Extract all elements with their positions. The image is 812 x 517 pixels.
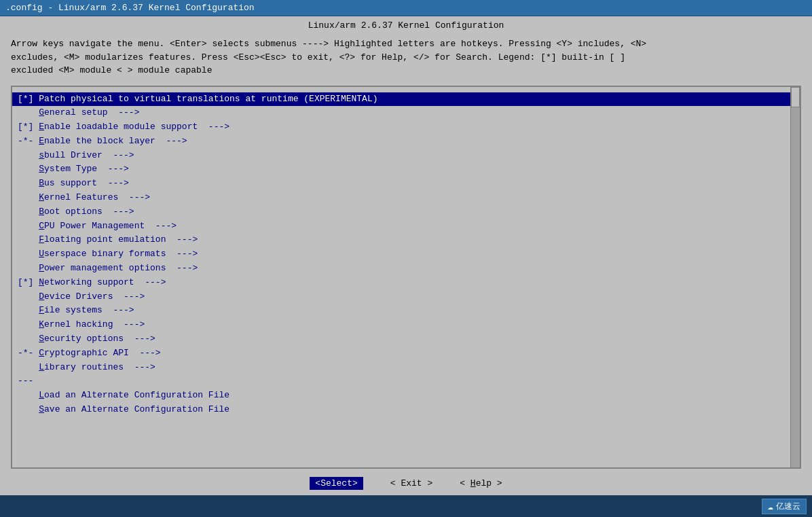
menu-hotkey: K	[39, 319, 44, 329]
menu-prefix: [*]	[18, 122, 39, 132]
menu-item-save-config[interactable]: Save an Alternate Configuration File	[12, 403, 800, 417]
menu-prefix	[18, 192, 39, 202]
taskbar-logo-icon: ☁	[768, 501, 773, 512]
menu-prefix	[18, 234, 39, 245]
menu-label: Patch physical to virtual translations a…	[39, 94, 377, 104]
menu-inner: [*] Patch physical to virtual translatio…	[12, 87, 800, 423]
menu-label-after: oad an Alternate Configuration File	[44, 390, 229, 400]
menu-prefix	[18, 334, 39, 344]
menu-prefix	[18, 404, 39, 414]
title-bar-text: .config - Linux/arm 2.6.37 Kernel Config…	[5, 3, 255, 13]
menu-prefix	[18, 164, 39, 174]
menu-label-after: bull Driver --->	[44, 150, 134, 160]
title-bar: .config - Linux/arm 2.6.37 Kernel Config…	[0, 0, 812, 16]
menu-label-after: ecurity options --->	[44, 334, 155, 344]
menu-item-kernel-hacking[interactable]: Kernel hacking --->	[12, 318, 800, 332]
menu-hotkey: C	[39, 348, 44, 358]
menu-item-load-config[interactable]: Load an Alternate Configuration File	[12, 389, 800, 403]
menu-label-after: loating point emulation --->	[44, 234, 198, 245]
menu-item-system-type[interactable]: System Type --->	[12, 162, 800, 177]
menu-hotkey: N	[39, 277, 44, 287]
menu-hotkey: U	[39, 249, 44, 259]
menu-prefix	[18, 150, 39, 160]
menu-label-after: ibrary routines --->	[44, 362, 155, 372]
window-title: Linux/arm 2.6.37 Kernel Configuration	[0, 16, 812, 32]
menu-item-device-drivers[interactable]: Device Drivers --->	[12, 290, 800, 304]
menu-item-floating-point[interactable]: Floating point emulation --->	[12, 233, 800, 247]
menu-hotkey: E	[39, 136, 44, 146]
menu-label-after: ernel Features --->	[44, 192, 150, 202]
menu-prefix	[18, 249, 39, 259]
menu-item-cpu-power[interactable]: CPU Power Management --->	[12, 219, 800, 234]
menu-item-userspace-binary[interactable]: Userspace binary formats --->	[12, 247, 800, 262]
main-window: Linux/arm 2.6.37 Kernel Configuration Ar…	[0, 16, 812, 495]
menu-separator: ---	[12, 374, 800, 389]
menu-hotkey: L	[39, 390, 44, 400]
menu-hotkey: L	[39, 362, 44, 372]
menu-label-after: oot options --->	[44, 207, 134, 217]
menu-prefix	[18, 221, 39, 231]
menu-label-after: ower management options --->	[44, 263, 198, 273]
menu-label-after: nable loadable module support --->	[44, 122, 229, 132]
menu-item-boot-options[interactable]: Boot options --->	[12, 205, 800, 219]
menu-hotkey: K	[39, 192, 44, 202]
menu-hotkey: E	[39, 122, 44, 132]
header-line2: excludes, <M> modularizes features. Pres…	[11, 51, 801, 65]
taskbar-label: 亿速云	[776, 501, 800, 512]
menu-label-after: serspace binary formats --->	[44, 249, 198, 259]
menu-prefix	[18, 178, 39, 188]
taskbar: ☁ 亿速云	[0, 495, 812, 517]
menu-prefix	[18, 362, 39, 372]
menu-prefix: -*-	[18, 136, 39, 146]
menu-item-library-routines[interactable]: Library routines --->	[12, 361, 800, 375]
menu-label-after: ile systems --->	[44, 305, 134, 315]
menu-item-general-setup[interactable]: General setup --->	[12, 106, 800, 120]
help-button[interactable]: < Help >	[460, 478, 502, 488]
menu-item-cryptographic-api[interactable]: -*- Cryptographic API --->	[12, 346, 800, 361]
menu-hotkey: S	[39, 164, 44, 174]
select-button[interactable]: <Select>	[310, 477, 363, 490]
menu-label-after: us support --->	[44, 178, 129, 188]
taskbar-item: ☁ 亿速云	[762, 499, 807, 514]
menu-item-patch-physical[interactable]: [*] Patch physical to virtual translatio…	[12, 92, 800, 107]
menu-label-after: ystem Type --->	[44, 164, 129, 174]
scrollbar-thumb[interactable]	[791, 87, 800, 107]
menu-hotkey: S	[39, 404, 44, 414]
exit-button[interactable]: < Exit >	[390, 478, 432, 488]
help-hotkey: H	[470, 478, 476, 488]
menu-prefix: [*]	[18, 94, 39, 104]
menu-hotkey: C	[39, 221, 44, 231]
menu-label-after: ave an Alternate Configuration File	[44, 404, 229, 414]
menu-hotkey: s	[39, 150, 44, 160]
menu-prefix	[18, 291, 39, 302]
header-line1: Arrow keys navigate the menu. <Enter> se…	[11, 37, 801, 51]
menu-item-bus-support[interactable]: Bus support --->	[12, 177, 800, 191]
menu-hotkey: P	[39, 263, 44, 273]
menu-prefix: [*]	[18, 277, 39, 287]
menu-label-after: evice Drivers --->	[44, 291, 145, 302]
menu-prefix	[18, 207, 39, 217]
scrollbar[interactable]	[790, 87, 800, 468]
menu-label-after: ryptographic API --->	[44, 348, 161, 358]
menu-hotkey: S	[39, 334, 44, 344]
menu-label-after: ernel hacking --->	[44, 319, 145, 329]
menu-item-security-options[interactable]: Security options --->	[12, 332, 800, 346]
menu-item-kernel-features[interactable]: Kernel Features --->	[12, 191, 800, 205]
menu-hotkey: F	[39, 234, 44, 245]
menu-item-sbull-driver[interactable]: sbull Driver --->	[12, 149, 800, 163]
menu-prefix	[18, 305, 39, 315]
menu-label-after: eneral setup --->	[44, 107, 139, 118]
menu-item-power-management[interactable]: Power management options --->	[12, 262, 800, 276]
menu-prefix	[18, 319, 39, 329]
menu-item-block-layer[interactable]: -*- Enable the block layer --->	[12, 135, 800, 149]
menu-prefix	[18, 263, 39, 273]
menu-hotkey: B	[39, 207, 44, 217]
menu-hotkey: F	[39, 305, 44, 315]
menu-item-loadable-module[interactable]: [*] Enable loadable module support --->	[12, 120, 800, 135]
menu-item-networking[interactable]: [*] Networking support --->	[12, 276, 800, 290]
menu-item-file-systems[interactable]: File systems --->	[12, 304, 800, 318]
menu-hotkey: G	[39, 107, 44, 118]
menu-container: [*] Patch physical to virtual translatio…	[11, 86, 801, 469]
header-text: Arrow keys navigate the menu. <Enter> se…	[0, 32, 812, 83]
menu-hotkey: D	[39, 291, 44, 302]
